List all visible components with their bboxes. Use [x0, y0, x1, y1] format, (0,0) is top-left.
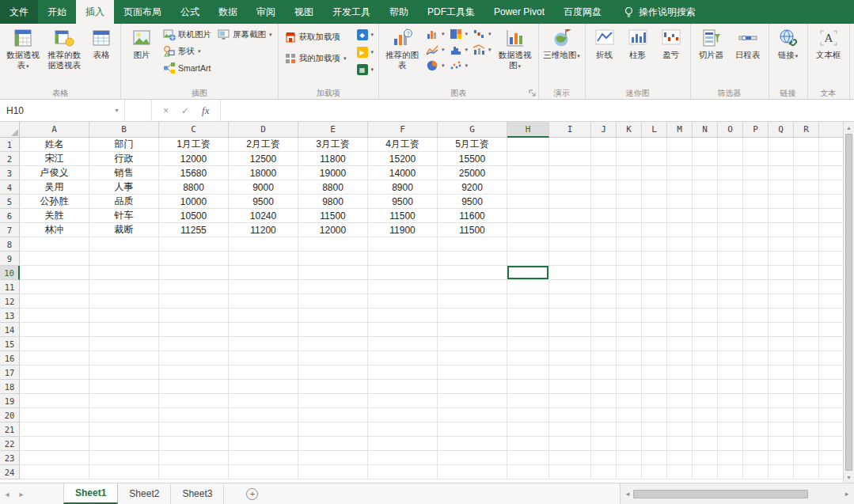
cell-J17[interactable] [591, 366, 617, 380]
cell-Q22[interactable] [769, 437, 794, 451]
row-header-16[interactable]: 16 [0, 351, 20, 366]
cell-P10[interactable] [743, 266, 769, 280]
cell-D6[interactable]: 10240 [229, 209, 298, 223]
cell-C12[interactable] [159, 294, 229, 309]
cell-O8[interactable] [718, 237, 743, 252]
cell-R15[interactable] [794, 337, 819, 351]
cell-K8[interactable] [617, 237, 642, 252]
cell-F22[interactable] [368, 437, 438, 451]
cell-F21[interactable] [368, 423, 438, 437]
cell-E14[interactable] [298, 323, 368, 337]
cell-B10[interactable] [89, 266, 159, 280]
cell-B6[interactable]: 针车 [89, 209, 159, 223]
cell-B1[interactable]: 部门 [89, 138, 159, 152]
cell-L2[interactable] [642, 152, 667, 166]
cell-P11[interactable] [743, 280, 769, 294]
cell-G1[interactable]: 5月工资 [438, 138, 507, 152]
cell-K13[interactable] [617, 309, 642, 323]
cell-M22[interactable] [667, 437, 693, 451]
cell-C23[interactable] [159, 451, 229, 465]
row-header-6[interactable]: 6 [0, 209, 20, 223]
cell-H24[interactable] [507, 465, 549, 479]
cell-K15[interactable] [617, 337, 642, 351]
cell-C11[interactable] [159, 280, 229, 294]
cell-C6[interactable]: 10500 [159, 209, 229, 223]
cell-B21[interactable] [89, 423, 159, 437]
cell-M23[interactable] [667, 451, 693, 465]
cell-P12[interactable] [743, 294, 769, 309]
cell-I22[interactable] [549, 437, 591, 451]
cell-R2[interactable] [794, 152, 819, 166]
cell-R9[interactable] [794, 252, 819, 266]
cell-K24[interactable] [617, 465, 642, 479]
cell-G10[interactable] [438, 266, 507, 280]
cell-N20[interactable] [693, 408, 718, 423]
cell-O1[interactable] [718, 138, 743, 152]
cell-O16[interactable] [718, 351, 743, 366]
addin-quick-blue-button[interactable]: ◆ ▾ [355, 26, 377, 44]
cell-I2[interactable] [549, 152, 591, 166]
cell-P21[interactable] [743, 423, 769, 437]
cell-A10[interactable] [20, 266, 89, 280]
cell-D8[interactable] [229, 237, 298, 252]
cell-F1[interactable]: 4月工资 [368, 138, 438, 152]
column-header-J[interactable]: J [591, 122, 617, 138]
cell-F3[interactable]: 14000 [368, 166, 438, 180]
cell-Q15[interactable] [769, 337, 794, 351]
cell-D14[interactable] [229, 323, 298, 337]
insert-combo-chart-button[interactable]: ▾ [471, 42, 493, 58]
cell-A4[interactable]: 吴用 [20, 180, 89, 195]
cell-N9[interactable] [693, 252, 718, 266]
cell-L3[interactable] [642, 166, 667, 180]
cell-G11[interactable] [438, 280, 507, 294]
cell-H3[interactable] [507, 166, 549, 180]
cell-Q2[interactable] [769, 152, 794, 166]
row-header-12[interactable]: 12 [0, 294, 20, 309]
vertical-scroll-thumb[interactable] [845, 134, 852, 471]
cell-F14[interactable] [368, 323, 438, 337]
cell-N1[interactable] [693, 138, 718, 152]
cell-N14[interactable] [693, 323, 718, 337]
cell-A11[interactable] [20, 280, 89, 294]
cell-M1[interactable] [667, 138, 693, 152]
cell-J10[interactable] [591, 266, 617, 280]
column-header-H[interactable]: H [507, 122, 549, 138]
cell-H21[interactable] [507, 423, 549, 437]
cell-I4[interactable] [549, 180, 591, 195]
cell-I24[interactable] [549, 465, 591, 479]
cell-J18[interactable] [591, 380, 617, 394]
row-header-17[interactable]: 17 [0, 366, 20, 380]
cell-H20[interactable] [507, 408, 549, 423]
textbox-button[interactable]: A 文本框 [810, 25, 847, 60]
cell-L6[interactable] [642, 209, 667, 223]
cell-D24[interactable] [229, 465, 298, 479]
cell-A19[interactable] [20, 394, 89, 408]
column-header-M[interactable]: M [667, 122, 693, 138]
cell-I15[interactable] [549, 337, 591, 351]
cell-H18[interactable] [507, 380, 549, 394]
cell-K17[interactable] [617, 366, 642, 380]
cell-I23[interactable] [549, 451, 591, 465]
horizontal-scroll-track[interactable] [633, 488, 841, 500]
cell-C20[interactable] [159, 408, 229, 423]
cell-Q23[interactable] [769, 451, 794, 465]
cell-N4[interactable] [693, 180, 718, 195]
menu-tab-百度网盘[interactable]: 百度网盘 [554, 0, 611, 24]
cell-P2[interactable] [743, 152, 769, 166]
cell-D21[interactable] [229, 423, 298, 437]
screenshot-button[interactable]: 屏幕截图 ▾ [214, 26, 275, 43]
cell-N3[interactable] [693, 166, 718, 180]
cell-N13[interactable] [693, 309, 718, 323]
cell-H1[interactable] [507, 138, 549, 152]
row-header-18[interactable]: 18 [0, 380, 20, 394]
cell-H7[interactable] [507, 223, 549, 237]
cell-I14[interactable] [549, 323, 591, 337]
cell-N6[interactable] [693, 209, 718, 223]
row-header-10[interactable]: 10 [0, 266, 20, 280]
cell-G19[interactable] [438, 394, 507, 408]
cell-N8[interactable] [693, 237, 718, 252]
cell-I16[interactable] [549, 351, 591, 366]
cell-O7[interactable] [718, 223, 743, 237]
cell-J13[interactable] [591, 309, 617, 323]
cell-A1[interactable]: 姓名 [20, 138, 89, 152]
